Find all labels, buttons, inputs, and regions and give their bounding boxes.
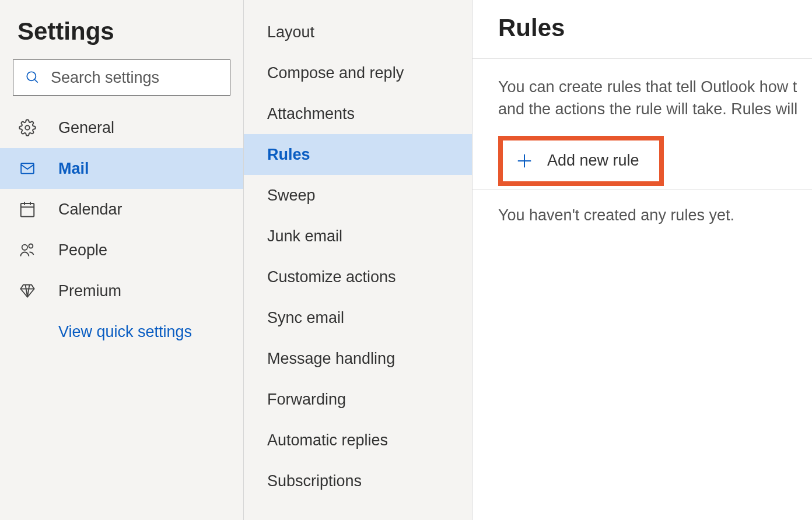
subnav-customize[interactable]: Customize actions xyxy=(244,257,472,297)
page-title: Rules xyxy=(473,14,812,58)
rules-empty-state: You haven't created any rules yet. xyxy=(473,190,812,224)
sidebar-item-people[interactable]: People xyxy=(0,230,243,270)
search-input[interactable] xyxy=(51,69,218,87)
search-box[interactable] xyxy=(13,59,230,96)
add-new-rule-button[interactable]: Add new rule xyxy=(506,144,649,178)
svg-point-15 xyxy=(29,244,33,248)
svg-point-14 xyxy=(22,245,27,250)
sidebar-item-label: People xyxy=(58,241,107,259)
subnav-sync[interactable]: Sync email xyxy=(244,297,472,338)
sidebar-item-general[interactable]: General xyxy=(0,107,243,148)
subnav-label: Customize actions xyxy=(267,268,396,286)
mail-icon xyxy=(16,159,38,178)
rules-content-pane: Rules You can create rules that tell Out… xyxy=(473,0,812,520)
subnav-layout[interactable]: Layout xyxy=(244,12,472,52)
svg-line-1 xyxy=(34,79,37,82)
sidebar-item-label: Calendar xyxy=(58,201,123,219)
add-rule-section: Add new rule xyxy=(473,136,812,186)
sidebar-item-calendar[interactable]: Calendar xyxy=(0,189,243,230)
plus-icon xyxy=(516,152,533,170)
gear-icon xyxy=(16,118,38,137)
subnav-label: Forwarding xyxy=(267,391,346,409)
subnav-compose[interactable]: Compose and reply xyxy=(244,52,472,93)
subnav-label: Junk email xyxy=(267,227,342,245)
people-icon xyxy=(16,241,38,259)
subnav-label: Automatic replies xyxy=(267,431,388,449)
view-quick-settings-link[interactable]: View quick settings xyxy=(0,311,243,353)
rules-description: You can create rules that tell Outlook h… xyxy=(473,59,812,136)
search-icon xyxy=(25,70,40,85)
subnav-forwarding[interactable]: Forwarding xyxy=(244,379,472,420)
add-rule-highlight-annotation: Add new rule xyxy=(498,136,664,186)
svg-point-0 xyxy=(27,72,36,80)
subnav-junk[interactable]: Junk email xyxy=(244,216,472,257)
subnav-label: Layout xyxy=(267,23,314,41)
subnav-attachments[interactable]: Attachments xyxy=(244,93,472,134)
settings-title: Settings xyxy=(0,12,243,59)
calendar-icon xyxy=(16,200,38,219)
subnav-label: Attachments xyxy=(267,105,355,123)
desc-line1: You can create rules that tell Outlook h… xyxy=(498,78,797,96)
subnav-sweep[interactable]: Sweep xyxy=(244,175,472,216)
subnav-label: Compose and reply xyxy=(267,64,404,82)
subnav-label: Sync email xyxy=(267,309,344,327)
search-container xyxy=(0,59,243,107)
sidebar-item-label: Premium xyxy=(58,282,121,300)
sidebar-item-mail[interactable]: Mail xyxy=(0,148,243,189)
svg-rect-4 xyxy=(21,203,34,217)
sidebar-item-label: General xyxy=(58,119,114,137)
svg-point-2 xyxy=(25,125,30,130)
add-rule-label: Add new rule xyxy=(547,152,639,170)
subnav-label: Subscriptions xyxy=(267,472,362,490)
settings-sidebar: Settings General Ma xyxy=(0,0,244,520)
subnav-subscriptions[interactable]: Subscriptions xyxy=(244,461,472,501)
subnav-autoreplies[interactable]: Automatic replies xyxy=(244,420,472,461)
mail-settings-subnav: Layout Compose and reply Attachments Rul… xyxy=(244,0,473,520)
desc-line2: and the actions the rule will take. Rule… xyxy=(498,100,797,118)
subnav-handling[interactable]: Message handling xyxy=(244,338,472,379)
subnav-label: Sweep xyxy=(267,187,316,205)
sidebar-item-label: Mail xyxy=(58,160,89,178)
sidebar-item-premium[interactable]: Premium xyxy=(0,270,243,311)
subnav-rules[interactable]: Rules xyxy=(244,134,472,175)
subnav-label: Message handling xyxy=(267,350,395,368)
diamond-icon xyxy=(16,282,38,300)
subnav-label: Rules xyxy=(267,146,310,164)
